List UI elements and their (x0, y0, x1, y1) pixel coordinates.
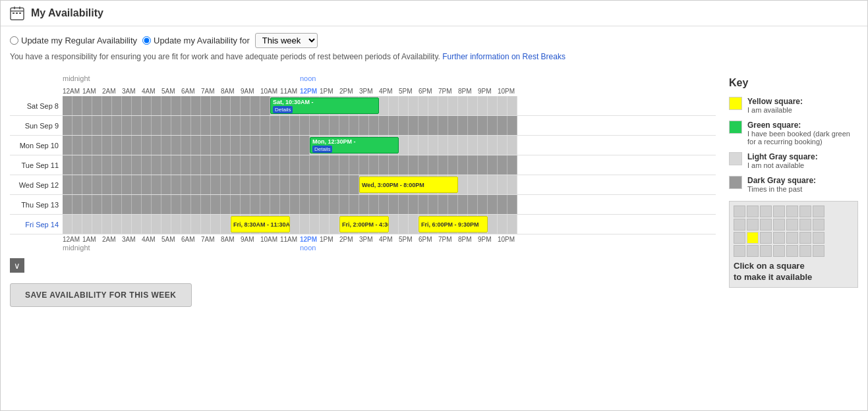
time-cell[interactable] (399, 96, 409, 115)
time-cell[interactable] (231, 116, 241, 135)
time-cell[interactable] (181, 96, 191, 115)
time-cell[interactable] (310, 195, 320, 214)
time-cell[interactable] (231, 195, 241, 214)
time-cell[interactable] (330, 215, 339, 234)
time-cell[interactable] (142, 155, 152, 175)
time-cell[interactable] (498, 96, 507, 115)
time-cell[interactable] (63, 175, 72, 194)
time-cell[interactable] (270, 155, 280, 175)
time-cell[interactable] (448, 96, 458, 115)
time-cell[interactable] (458, 136, 468, 155)
time-cell[interactable] (132, 116, 142, 135)
time-cell[interactable] (458, 96, 468, 115)
time-cell[interactable] (349, 195, 359, 214)
time-cell[interactable] (498, 195, 507, 214)
time-cell[interactable] (488, 175, 498, 194)
time-cell[interactable] (498, 136, 507, 155)
time-cell[interactable] (152, 136, 161, 155)
time-cell[interactable] (112, 195, 122, 214)
time-cell[interactable] (112, 116, 122, 135)
time-cell[interactable] (458, 175, 468, 194)
time-cell[interactable] (478, 136, 488, 155)
time-cell[interactable] (92, 195, 102, 214)
time-cell[interactable] (389, 96, 399, 115)
time-cell[interactable] (409, 215, 419, 234)
time-cell[interactable] (419, 136, 428, 155)
time-cell[interactable] (241, 136, 250, 155)
demo-cell[interactable] (734, 206, 745, 217)
time-cell[interactable] (191, 96, 201, 115)
time-cell[interactable] (260, 96, 270, 115)
time-cell[interactable] (201, 175, 211, 194)
time-cell[interactable] (102, 155, 112, 175)
time-cell[interactable] (250, 136, 260, 155)
time-cell[interactable] (250, 195, 260, 214)
time-cell[interactable] (399, 155, 409, 175)
time-cell[interactable] (63, 155, 72, 175)
time-cell[interactable] (428, 96, 438, 115)
time-cell[interactable] (181, 215, 191, 234)
time-cell[interactable] (409, 136, 419, 155)
time-cell[interactable] (72, 116, 82, 135)
time-cell[interactable] (448, 116, 458, 135)
time-cell[interactable] (112, 136, 122, 155)
time-cell[interactable] (260, 136, 270, 155)
time-cell[interactable] (458, 195, 468, 214)
time-cell[interactable] (438, 195, 448, 214)
time-cell[interactable] (468, 96, 478, 115)
time-cell[interactable] (221, 96, 231, 115)
time-cell[interactable] (290, 195, 300, 214)
time-cell[interactable] (92, 116, 102, 135)
demo-cell[interactable] (786, 219, 798, 231)
save-button[interactable]: SAVE AVAILABILITY FOR THIS WEEK (10, 283, 192, 307)
details-button[interactable]: Details (312, 146, 332, 153)
time-cell[interactable] (379, 96, 389, 115)
time-cell[interactable] (428, 116, 438, 135)
time-cell[interactable] (63, 96, 72, 115)
time-cell[interactable] (349, 155, 359, 175)
time-cell[interactable] (221, 155, 231, 175)
time-cell[interactable] (468, 136, 478, 155)
availability-block[interactable]: Sat, 10:30AM -Details (270, 97, 379, 114)
time-cell[interactable] (132, 215, 142, 234)
time-cell[interactable] (132, 175, 142, 194)
time-cell[interactable] (290, 136, 300, 155)
time-cell[interactable] (300, 116, 310, 135)
demo-cell[interactable] (760, 245, 772, 257)
time-cell[interactable] (300, 195, 310, 214)
demo-cell[interactable] (799, 206, 811, 217)
time-cell[interactable] (488, 116, 498, 135)
demo-cell[interactable] (734, 219, 745, 231)
time-cell[interactable] (142, 96, 152, 115)
demo-cell[interactable] (799, 219, 811, 231)
time-cell[interactable] (171, 175, 181, 194)
time-cell[interactable] (161, 116, 171, 135)
time-cell[interactable] (290, 215, 300, 234)
time-cell[interactable] (112, 96, 122, 115)
time-cell[interactable] (142, 116, 152, 135)
time-cell[interactable] (438, 136, 448, 155)
time-cell[interactable] (290, 116, 300, 135)
time-cell[interactable] (310, 116, 320, 135)
time-cell[interactable] (152, 155, 161, 175)
time-cell[interactable] (448, 195, 458, 214)
time-cell[interactable] (349, 116, 359, 135)
time-cell[interactable] (468, 116, 478, 135)
time-cell[interactable] (419, 96, 428, 115)
time-cell[interactable] (122, 116, 132, 135)
time-cell[interactable] (142, 195, 152, 214)
time-cell[interactable] (201, 96, 211, 115)
time-cell[interactable] (161, 175, 171, 194)
time-cell[interactable] (72, 175, 82, 194)
time-cell[interactable] (102, 215, 112, 234)
radio-regular-input[interactable] (10, 36, 18, 45)
time-cell[interactable] (389, 116, 399, 135)
availability-block[interactable]: Fri, 6:00PM - 9:30PM (419, 216, 488, 233)
demo-cell[interactable] (747, 219, 759, 231)
availability-block[interactable]: Mon, 12:30PM -Details (310, 137, 399, 153)
time-cell[interactable] (122, 215, 132, 234)
demo-cell[interactable] (813, 219, 825, 231)
time-cell[interactable] (359, 116, 369, 135)
demo-cell[interactable] (773, 245, 785, 257)
time-cell[interactable] (171, 215, 181, 234)
